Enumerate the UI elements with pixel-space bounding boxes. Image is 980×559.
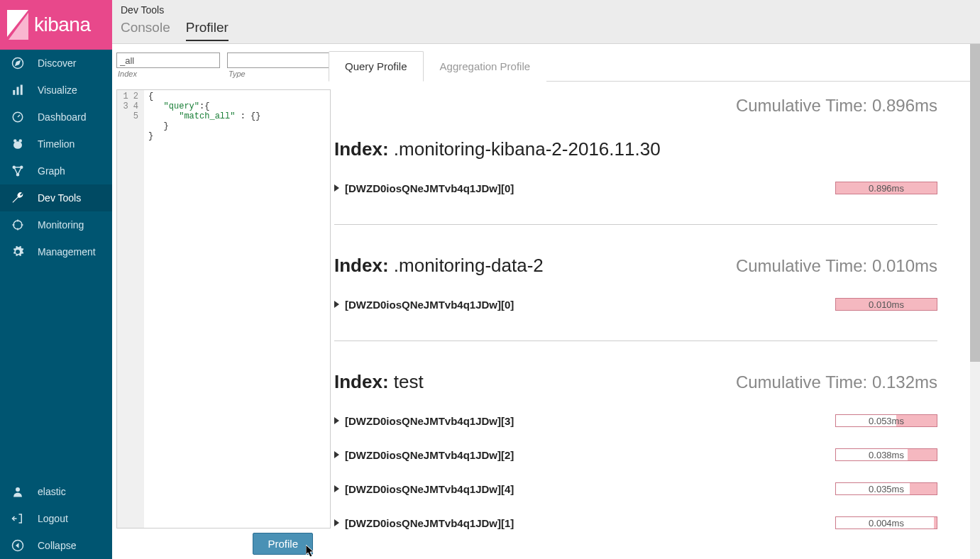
gauge-icon	[11, 110, 25, 124]
nav-top: DiscoverVisualizeDashboardTimelionGraphD…	[0, 50, 112, 265]
tab-profiler[interactable]: Profiler	[186, 20, 229, 41]
shard-name-text: [DWZD0iosQNeJMTvb4q1JDw][2]	[345, 449, 514, 461]
logout-icon	[11, 511, 25, 526]
shard-row[interactable]: [DWZD0iosQNeJMTvb4q1JDw][1]0.004ms	[334, 516, 937, 529]
sidebar-item-label: Dashboard	[38, 111, 87, 123]
query-editor[interactable]: 1 2 3 4 5 { "query":{ "match_all" : {} }…	[116, 89, 331, 528]
tab-console[interactable]: Console	[121, 20, 170, 41]
right-pane: Query Profile Aggregation Profile Cumula…	[329, 44, 980, 559]
compass-icon	[11, 56, 25, 70]
time-text: 0.053ms	[869, 416, 904, 426]
time-bar: 0.035ms	[835, 482, 937, 495]
main: Dev Tools Console Profiler Index Type 1 …	[112, 0, 980, 559]
time-text: 0.038ms	[869, 450, 904, 460]
svg-rect-6	[21, 85, 23, 95]
editor-gutter: 1 2 3 4 5	[117, 90, 144, 528]
bar-chart-icon	[11, 83, 25, 97]
crosshair-icon	[11, 218, 25, 232]
index-title: Index: .monitoring-data-2	[334, 255, 544, 277]
sidebar-item-monitoring[interactable]: Monitoring	[0, 211, 112, 238]
index-block: Index: testCumulative Time: 0.132ms[DWZD…	[334, 371, 937, 529]
results-body: Cumulative Time: 0.896ms Index: .monitor…	[329, 82, 980, 529]
collapse-icon	[11, 538, 25, 553]
sidebar-item-label: Collapse	[38, 540, 76, 551]
bear-icon	[11, 137, 25, 151]
cumulative-time-main: Cumulative Time: 0.896ms	[334, 96, 937, 116]
sidebar-item-discover[interactable]: Discover	[0, 50, 112, 77]
scrollbar-track[interactable]	[970, 44, 980, 559]
sidebar-item-label: Dev Tools	[38, 192, 81, 204]
svg-marker-3	[16, 61, 20, 65]
divider	[334, 224, 937, 225]
sidebar-item-management[interactable]: Management	[0, 238, 112, 265]
sidebar-item-visualize[interactable]: Visualize	[0, 77, 112, 104]
time-bar: 0.053ms	[835, 414, 937, 427]
page-title: Dev Tools	[121, 4, 971, 16]
nav-bottom: elasticLogoutCollapse	[0, 478, 112, 559]
cumulative-time: Cumulative Time: 0.010ms	[736, 256, 937, 276]
content: Index Type 1 2 3 4 5 { "query":{ "match_…	[112, 44, 980, 559]
svg-point-10	[13, 141, 22, 149]
editor-code[interactable]: { "query":{ "match_all" : {} } }	[144, 90, 330, 528]
result-tabs: Query Profile Aggregation Profile	[329, 51, 980, 82]
shard-row[interactable]: [DWZD0iosQNeJMTvb4q1JDw][0]0.896ms	[334, 182, 937, 194]
svg-rect-4	[13, 90, 15, 95]
cumulative-time: Cumulative Time: 0.132ms	[736, 372, 937, 392]
logo-bar: kibana	[0, 0, 112, 50]
left-pane: Index Type 1 2 3 4 5 { "query":{ "match_…	[112, 44, 329, 559]
sidebar: kibana DiscoverVisualizeDashboardTimelio…	[0, 0, 112, 559]
header: Dev Tools Console Profiler	[112, 0, 980, 44]
sidebar-item-elastic[interactable]: elastic	[0, 478, 112, 505]
sidebar-item-timelion[interactable]: Timelion	[0, 131, 112, 157]
sidebar-item-label: Visualize	[38, 84, 77, 96]
wrench-icon	[11, 191, 25, 205]
chevron-right-icon	[334, 301, 339, 308]
shard-row[interactable]: [DWZD0iosQNeJMTvb4q1JDw][2]0.038ms	[334, 448, 937, 461]
svg-point-14	[13, 221, 22, 229]
sidebar-item-collapse[interactable]: Collapse	[0, 532, 112, 559]
shard-row[interactable]: [DWZD0iosQNeJMTvb4q1JDw][4]0.035ms	[334, 482, 937, 495]
shard-row[interactable]: [DWZD0iosQNeJMTvb4q1JDw][3]0.053ms	[334, 414, 937, 427]
shard-name-text: [DWZD0iosQNeJMTvb4q1JDw][0]	[345, 299, 514, 311]
sidebar-item-dashboard[interactable]: Dashboard	[0, 104, 112, 131]
chevron-right-icon	[334, 417, 339, 424]
brand-text: kibana	[34, 13, 91, 36]
divider	[334, 341, 937, 341]
time-bar: 0.010ms	[835, 298, 937, 311]
time-text: 0.010ms	[869, 299, 904, 310]
shard-name-text: [DWZD0iosQNeJMTvb4q1JDw][3]	[345, 415, 514, 427]
time-text: 0.896ms	[869, 183, 904, 194]
time-text: 0.035ms	[869, 484, 904, 494]
sidebar-item-label: Graph	[38, 165, 65, 177]
sidebar-item-logout[interactable]: Logout	[0, 505, 112, 532]
index-input[interactable]	[116, 52, 220, 68]
index-block: Index: .monitoring-data-2Cumulative Time…	[334, 255, 937, 311]
index-input-label: Index	[116, 70, 220, 78]
index-title: Index: test	[334, 371, 424, 393]
shard-name-text: [DWZD0iosQNeJMTvb4q1JDw][0]	[345, 182, 514, 194]
shard-row[interactable]: [DWZD0iosQNeJMTvb4q1JDw][0]0.010ms	[334, 298, 937, 311]
sidebar-item-label: Logout	[38, 513, 68, 524]
sidebar-item-label: Management	[38, 246, 96, 258]
time-bar: 0.896ms	[835, 182, 937, 194]
svg-rect-5	[17, 87, 19, 95]
type-input[interactable]	[227, 52, 331, 68]
shard-name-text: [DWZD0iosQNeJMTvb4q1JDw][1]	[345, 517, 514, 529]
sidebar-item-dev-tools[interactable]: Dev Tools	[0, 184, 112, 211]
tab-query-profile[interactable]: Query Profile	[329, 51, 424, 82]
profile-button[interactable]: Profile	[253, 533, 313, 555]
time-bar: 0.004ms	[835, 516, 937, 529]
shard-name-text: [DWZD0iosQNeJMTvb4q1JDw][4]	[345, 483, 514, 495]
tab-aggregation-profile[interactable]: Aggregation Profile	[424, 51, 547, 82]
chevron-right-icon	[334, 485, 339, 492]
index-title: Index: .monitoring-kibana-2-2016.11.30	[334, 138, 661, 160]
sidebar-item-label: elastic	[38, 486, 66, 497]
chevron-right-icon	[334, 184, 339, 192]
sidebar-item-graph[interactable]: Graph	[0, 157, 112, 184]
scrollbar-thumb[interactable]	[970, 44, 980, 362]
type-input-label: Type	[227, 70, 331, 78]
header-tabs: Console Profiler	[121, 20, 971, 41]
inputs-row: Index Type	[116, 52, 329, 78]
sidebar-item-label: Timelion	[38, 138, 75, 150]
kibana-logo-icon	[7, 10, 28, 40]
